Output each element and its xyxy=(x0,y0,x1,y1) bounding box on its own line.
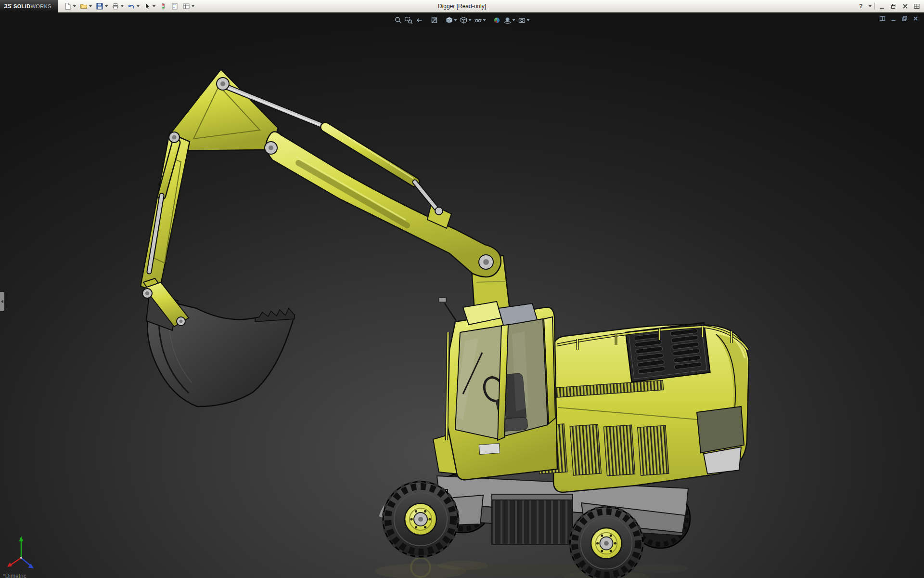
previous-view-button[interactable] xyxy=(415,15,424,25)
doc-minimize-button[interactable] xyxy=(889,15,897,22)
orientation-triad xyxy=(7,536,34,568)
divider xyxy=(874,3,875,10)
dropdown-caret[interactable] xyxy=(121,5,124,7)
view-orientation-button[interactable] xyxy=(445,15,458,25)
options-button[interactable] xyxy=(181,1,196,12)
file-properties-button[interactable] xyxy=(169,1,180,12)
zoom-to-area-button[interactable] xyxy=(404,15,414,25)
new-document-button[interactable] xyxy=(63,1,77,12)
glasses-icon xyxy=(475,16,482,24)
printer-icon xyxy=(112,2,119,10)
appearance-ball-icon xyxy=(493,16,501,24)
save-button[interactable] xyxy=(94,1,109,12)
dropdown-caret[interactable] xyxy=(454,19,457,21)
dropdown-caret[interactable] xyxy=(469,19,472,21)
brand-text: SOLIDWORKS xyxy=(13,3,51,9)
window-layout-icon xyxy=(913,3,920,10)
viewport-layout-button[interactable] xyxy=(878,15,886,22)
display-style-button[interactable] xyxy=(459,15,473,25)
front-left-wheel[interactable] xyxy=(383,482,458,557)
engine-housing[interactable] xyxy=(534,323,749,492)
rear-glass-panel xyxy=(697,407,744,453)
open-folder-icon xyxy=(80,2,88,10)
section-view-button[interactable] xyxy=(430,15,439,25)
help-button[interactable]: ? xyxy=(857,2,865,11)
model-canvas[interactable] xyxy=(0,13,924,578)
doc-close-button[interactable] xyxy=(911,15,919,22)
dropdown-caret[interactable] xyxy=(105,5,108,7)
rebuild-trafficlight-icon xyxy=(159,2,167,10)
display-style-cube-icon xyxy=(460,16,468,24)
window-title: Digger [Read-only] xyxy=(438,3,486,10)
graphics-area[interactable]: *Dimetric xyxy=(0,13,924,578)
minimize-icon xyxy=(879,3,886,10)
minimize-button[interactable] xyxy=(878,2,886,11)
dassault-logo-icon: 3S xyxy=(4,2,12,10)
view-orientation-label: *Dimetric xyxy=(3,573,26,578)
view-settings-button[interactable] xyxy=(517,15,531,25)
restore-icon xyxy=(890,3,897,10)
view-settings-icon xyxy=(518,16,526,24)
toolbar-separator xyxy=(488,20,491,21)
rear-left-wheel[interactable] xyxy=(570,507,642,578)
title-bar: 3S SOLIDWORKS xyxy=(0,0,924,13)
close-button[interactable] xyxy=(901,2,910,11)
mirror xyxy=(439,298,446,302)
doc-minimize-icon xyxy=(890,15,897,22)
viewport-layout-icon xyxy=(879,15,886,22)
doc-restore-icon xyxy=(901,15,908,22)
heads-up-view-toolbar xyxy=(394,15,531,25)
front-vent xyxy=(479,444,500,455)
doc-close-icon xyxy=(912,15,919,22)
dropdown-caret[interactable] xyxy=(483,19,486,21)
toolbar-separator xyxy=(425,20,429,21)
section-view-icon xyxy=(431,16,438,24)
toolbar-separator xyxy=(440,20,444,21)
options-table-icon xyxy=(182,2,190,10)
dropdown-caret[interactable] xyxy=(513,19,515,21)
print-button[interactable] xyxy=(110,1,125,12)
select-button[interactable] xyxy=(142,1,157,12)
open-document-button[interactable] xyxy=(78,1,93,12)
doc-restore-button[interactable] xyxy=(900,15,908,22)
dropdown-caret[interactable] xyxy=(137,5,140,7)
help-dropdown-caret[interactable] xyxy=(869,5,872,7)
file-properties-icon xyxy=(171,2,179,10)
edit-appearance-button[interactable] xyxy=(492,15,502,25)
select-cursor-icon xyxy=(143,2,151,10)
new-document-icon xyxy=(64,2,72,10)
solidworks-window: 3S SOLIDWORKS xyxy=(0,0,924,578)
window-layout-button[interactable] xyxy=(912,2,921,11)
boom xyxy=(266,131,501,276)
dropdown-caret[interactable] xyxy=(73,5,76,7)
chevron-left-icon xyxy=(1,300,3,303)
hide-show-items-button[interactable] xyxy=(474,15,487,25)
save-floppy-icon xyxy=(96,2,103,10)
ground-reflections xyxy=(375,558,688,578)
feature-manager-collapsed-tab[interactable] xyxy=(0,292,4,311)
zoom-to-area-icon xyxy=(405,16,413,24)
view-orientation-cube-icon xyxy=(446,16,453,24)
dropdown-caret[interactable] xyxy=(192,5,194,7)
previous-view-icon xyxy=(416,16,424,24)
rebuild-button[interactable] xyxy=(158,1,168,12)
solidworks-logo: 3S SOLIDWORKS xyxy=(0,0,58,13)
restore-button[interactable] xyxy=(889,2,898,11)
apply-scene-button[interactable] xyxy=(503,15,516,25)
dropdown-caret[interactable] xyxy=(527,19,530,21)
scene-ball-icon xyxy=(504,16,512,24)
zoom-to-fit-icon xyxy=(395,16,402,24)
dropdown-caret[interactable] xyxy=(89,5,92,7)
document-window-controls xyxy=(878,15,919,22)
window-controls: ? xyxy=(857,2,924,11)
cab[interactable] xyxy=(433,298,557,480)
dropdown-caret[interactable] xyxy=(153,5,155,7)
close-icon xyxy=(902,3,909,10)
main-toolbar xyxy=(63,1,196,12)
zoom-to-fit-button[interactable] xyxy=(394,15,403,25)
undo-arrow-icon xyxy=(128,2,135,10)
undo-button[interactable] xyxy=(126,1,141,12)
